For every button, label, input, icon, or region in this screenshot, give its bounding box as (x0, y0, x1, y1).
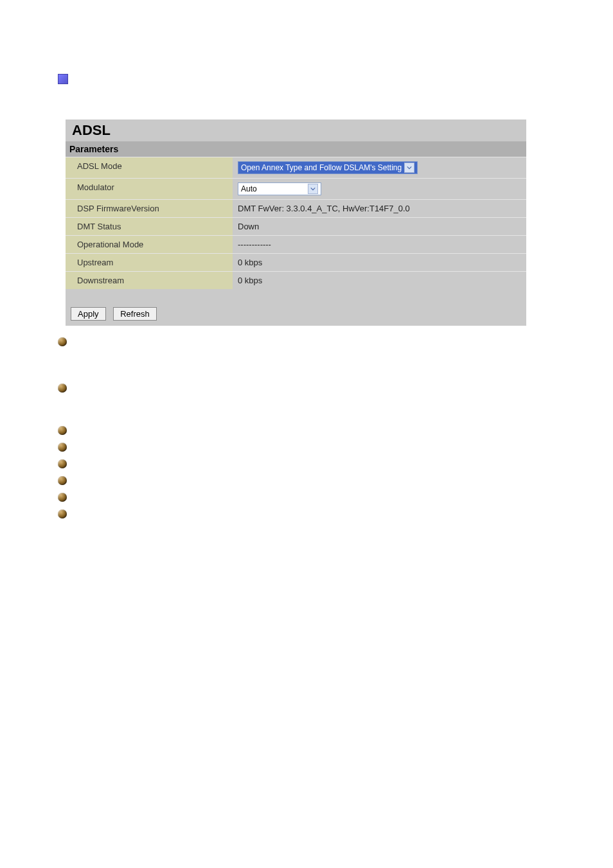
chevron-down-icon (308, 184, 318, 194)
bullet-icon (58, 459, 67, 468)
bullet-icon (58, 384, 67, 393)
param-row-dsp-firmware: DSP FirmwareVersion DMT FwVer: 3.3.0.4_A… (66, 199, 526, 217)
bullet-icon (58, 493, 67, 502)
param-label: DMT Status (66, 218, 233, 235)
bullet-icon (58, 509, 67, 518)
param-row-modulator: Modulator Auto (66, 178, 526, 199)
param-row-downstream: Downstream 0 kbps (66, 271, 526, 289)
param-value: Auto (233, 179, 526, 199)
param-label: Modulator (66, 179, 233, 199)
param-row-upstream: Upstream 0 kbps (66, 253, 526, 271)
bullet-icon (58, 426, 67, 435)
param-value: Open Annex Type and Follow DSLAM's Setti… (233, 157, 526, 178)
bullet-icon (58, 476, 67, 485)
button-row: Apply Refresh (66, 289, 526, 326)
param-label: Upstream (66, 254, 233, 271)
adsl-panel: ADSL Parameters ADSL Mode Open Annex Typ… (66, 120, 526, 326)
parameters-header: Parameters (66, 141, 526, 157)
panel-title: ADSL (66, 120, 526, 141)
param-label: ADSL Mode (66, 157, 233, 178)
bullet-icon (58, 337, 67, 346)
param-label: Downstream (66, 272, 233, 289)
param-row-adsl-mode: ADSL Mode Open Annex Type and Follow DSL… (66, 157, 526, 178)
apply-button[interactable]: Apply (71, 307, 106, 321)
decorative-square-icon (58, 74, 68, 84)
param-label: Operational Mode (66, 236, 233, 253)
param-value: 0 kbps (233, 272, 526, 289)
select-value: Auto (241, 184, 257, 193)
select-value: Open Annex Type and Follow DSLAM's Setti… (241, 163, 402, 172)
param-value: ------------ (233, 236, 526, 253)
param-value: Down (233, 218, 526, 235)
param-value: 0 kbps (233, 254, 526, 271)
modulator-select[interactable]: Auto (238, 182, 321, 195)
param-value: DMT FwVer: 3.3.0.4_A_TC, HwVer:T14F7_0.0 (233, 200, 526, 217)
chevron-down-icon (404, 163, 414, 173)
adsl-mode-select[interactable]: Open Annex Type and Follow DSLAM's Setti… (238, 161, 418, 174)
param-row-operational-mode: Operational Mode ------------ (66, 235, 526, 253)
bullet-icon (58, 443, 67, 452)
param-label: DSP FirmwareVersion (66, 200, 233, 217)
param-row-dmt-status: DMT Status Down (66, 217, 526, 235)
refresh-button[interactable]: Refresh (113, 307, 157, 321)
bullet-list (58, 337, 613, 518)
